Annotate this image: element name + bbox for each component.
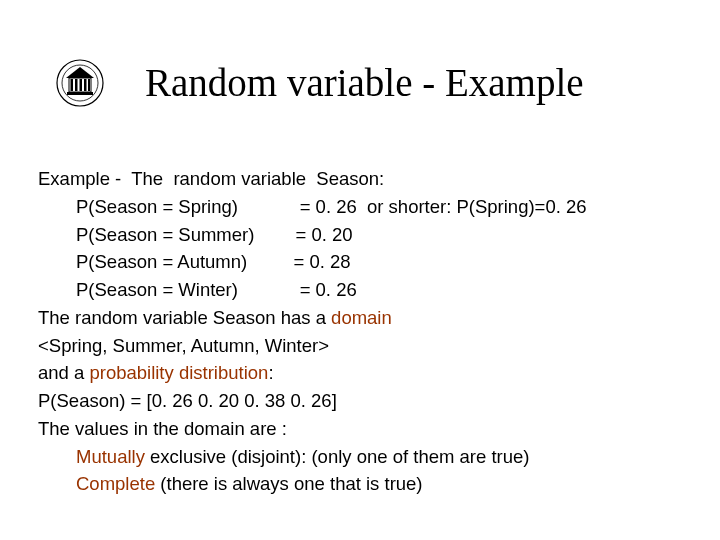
dist-pre: and a [38,362,89,383]
university-logo [55,58,105,118]
dist-post: : [268,362,273,383]
line-domain-values: <Spring, Summer, Autumn, Winter> [38,332,690,360]
line-prob-spring: P(Season = Spring) = 0. 26 or shorter: P… [38,193,690,221]
prob-summer-rhs: = 0. 20 [296,224,353,245]
svg-rect-4 [71,79,74,91]
mutually-rest: exclusive (disjoint): (only one of them … [145,446,530,467]
line-prob-autumn: P(Season = Autumn) = 0. 28 [38,248,690,276]
domain-word: domain [331,307,392,328]
prob-winter-lhs: P(Season = Winter) [76,279,238,300]
slide-body: Example - The random variable Season: P(… [38,165,690,498]
svg-marker-3 [66,67,94,78]
prob-spring-rhs: = 0. 26 or shorter: P(Spring)=0. 26 [300,196,587,217]
slide-title: Random variable - Example [145,60,584,105]
line-prob-summer: P(Season = Summer) = 0. 20 [38,221,690,249]
line-domain: The random variable Season has a domain [38,304,690,332]
prob-winter-rhs: = 0. 26 [300,279,357,300]
prob-autumn-lhs: P(Season = Autumn) [76,251,247,272]
mutually-word: Mutually [76,446,145,467]
svg-rect-6 [80,79,83,91]
slide: Random variable - Example Example - The … [0,0,720,540]
domain-pre: The random variable Season has a [38,307,331,328]
line-mutually: Mutually exclusive (disjoint): (only one… [38,443,690,471]
line-distribution-values: P(Season) = [0. 26 0. 20 0. 38 0. 26] [38,387,690,415]
prob-autumn-rhs: = 0. 28 [294,251,351,272]
line-prob-winter: P(Season = Winter) = 0. 26 [38,276,690,304]
line-values-intro: The values in the domain are : [38,415,690,443]
prob-summer-lhs: P(Season = Summer) [76,224,254,245]
line-distribution: and a probability distribution: [38,359,690,387]
complete-rest: (there is always one that is true) [155,473,422,494]
dist-word: probability distribution [89,362,268,383]
svg-rect-7 [84,79,87,91]
prob-spring-lhs: P(Season = Spring) [76,196,238,217]
svg-rect-8 [88,79,90,91]
line-complete: Complete (there is always one that is tr… [38,470,690,498]
svg-rect-5 [75,79,78,91]
complete-word: Complete [76,473,155,494]
line-intro: Example - The random variable Season: [38,165,690,193]
svg-rect-9 [67,92,93,95]
